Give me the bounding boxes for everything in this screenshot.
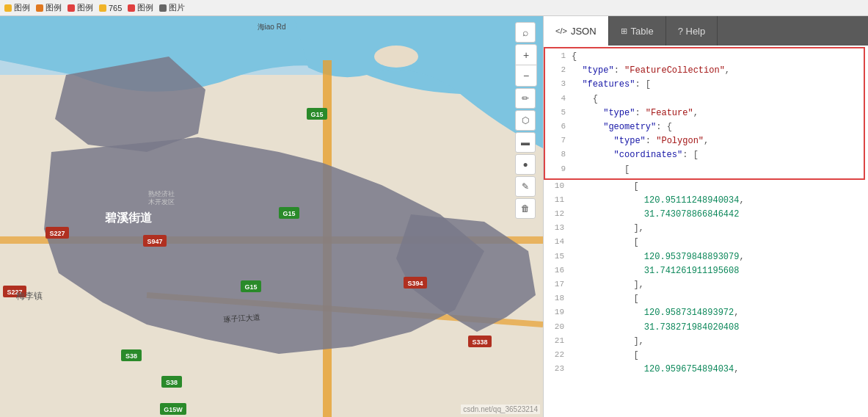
svg-text:熟经济社: 熟经济社 bbox=[148, 190, 175, 197]
line-content-1: { bbox=[572, 50, 861, 64]
line-number-6: 6 bbox=[548, 120, 572, 134]
line-number-5: 5 bbox=[548, 106, 572, 120]
line-number-7: 7 bbox=[548, 134, 572, 148]
main-content: G15 G15 G15 S394 S338 S947 S227 S227 bbox=[0, 16, 868, 417]
legend-label-2: 图例 bbox=[45, 2, 62, 13]
zoom-in-button[interactable]: + bbox=[516, 45, 536, 65]
right-panel: </> JSON ⊞ Table ? Help 1 { bbox=[543, 16, 868, 417]
zoom-controls: + − bbox=[515, 44, 537, 87]
line-content-13: ], bbox=[570, 222, 865, 236]
zoom-out-button[interactable]: − bbox=[516, 65, 536, 86]
line-number-22: 22 bbox=[547, 349, 570, 362]
line-number-15: 15 bbox=[547, 250, 570, 264]
json-line-1: 1 { bbox=[545, 50, 864, 64]
map-toolbar: ⌕ + − ✏ ⬡ ▬ ● ✎ 🗑 bbox=[515, 22, 537, 219]
svg-text:S947: S947 bbox=[147, 238, 162, 245]
legend-item-1: 图例 bbox=[4, 2, 30, 13]
line-content-9: [ bbox=[572, 163, 861, 177]
line-content-17: ], bbox=[570, 278, 865, 292]
line-number-8: 8 bbox=[548, 148, 572, 162]
line-number-16: 16 bbox=[547, 264, 570, 278]
line-number-4: 4 bbox=[548, 93, 572, 106]
tab-table-label: Table bbox=[631, 26, 654, 37]
line-content-14: [ bbox=[570, 236, 865, 250]
line-number-1: 1 bbox=[548, 50, 572, 63]
line-number-21: 21 bbox=[547, 335, 570, 348]
draw-line-button[interactable]: ✏ bbox=[515, 88, 536, 109]
line-number-18: 18 bbox=[547, 292, 570, 305]
svg-text:S38: S38 bbox=[125, 352, 137, 360]
search-button[interactable]: ⌕ bbox=[515, 22, 536, 43]
tab-help[interactable]: ? Help bbox=[666, 16, 718, 46]
line-content-18: [ bbox=[570, 292, 865, 306]
line-content-5: "type": "Feature", bbox=[572, 106, 861, 120]
line-content-8: "coordinates": [ bbox=[572, 148, 861, 162]
svg-text:G15: G15 bbox=[282, 210, 295, 217]
legend-color-5 bbox=[128, 4, 135, 12]
json-line-19: 19 120.9587314893972, bbox=[544, 306, 868, 320]
legend-label-1: 图例 bbox=[14, 2, 30, 13]
tab-table[interactable]: ⊞ Table bbox=[609, 16, 666, 46]
line-content-6: "geometry": { bbox=[572, 120, 861, 134]
json-line-10: 10 [ bbox=[544, 180, 868, 194]
legend-color-3 bbox=[68, 4, 75, 12]
json-editor[interactable]: 1 { 2 "type": "FeatureCollection", 3 "fe… bbox=[544, 46, 868, 417]
json-line-5: 5 "type": "Feature", bbox=[545, 106, 864, 120]
table-icon: ⊞ bbox=[621, 26, 627, 36]
json-line-16: 16 31.741261911195608 bbox=[544, 264, 868, 278]
svg-point-2 bbox=[374, 46, 418, 68]
tab-help-label: ? Help bbox=[678, 26, 706, 37]
json-line-9: 9 [ bbox=[545, 163, 864, 177]
json-line-17: 17 ], bbox=[544, 278, 868, 292]
draw-point-button[interactable]: ● bbox=[515, 154, 536, 175]
line-content-19: 120.9587314893972, bbox=[570, 306, 865, 320]
svg-text:木开发区: 木开发区 bbox=[148, 198, 175, 206]
line-content-15: 120.95379848893079, bbox=[570, 250, 865, 264]
line-number-13: 13 bbox=[547, 222, 570, 235]
json-line-2: 2 "type": "FeatureCollection", bbox=[545, 64, 864, 78]
json-line-15: 15 120.95379848893079, bbox=[544, 250, 868, 264]
svg-text:G15W: G15W bbox=[164, 406, 183, 413]
legend-color-2 bbox=[36, 4, 43, 12]
line-content-7: "type": "Polygon", bbox=[572, 134, 861, 148]
json-line-18: 18 [ bbox=[544, 292, 868, 306]
line-number-12: 12 bbox=[547, 208, 570, 221]
line-content-2: "type": "FeatureCollection", bbox=[572, 64, 861, 78]
json-line-4: 4 { bbox=[545, 93, 864, 106]
line-number-10: 10 bbox=[547, 180, 570, 193]
legend-label-6: 图片 bbox=[169, 2, 185, 13]
legend-item-5: 图例 bbox=[128, 2, 153, 13]
map-area[interactable]: G15 G15 G15 S394 S338 S947 S227 S227 bbox=[0, 16, 543, 417]
map-svg: G15 G15 G15 S394 S338 S947 S227 S227 bbox=[0, 16, 543, 417]
line-number-11: 11 bbox=[547, 194, 570, 207]
panel-tabs: </> JSON ⊞ Table ? Help bbox=[544, 16, 868, 46]
draw-rect-button[interactable]: ▬ bbox=[515, 132, 536, 153]
line-content-4: { bbox=[572, 93, 861, 106]
svg-text:海iao Rd: 海iao Rd bbox=[258, 23, 286, 31]
svg-text:梅李镇: 梅李镇 bbox=[15, 291, 43, 301]
line-content-20: 31.738271984020408 bbox=[570, 321, 865, 335]
line-number-17: 17 bbox=[547, 278, 570, 291]
line-number-9: 9 bbox=[548, 163, 572, 176]
line-number-23: 23 bbox=[547, 363, 570, 376]
legend-color-1 bbox=[4, 4, 12, 12]
delete-button[interactable]: 🗑 bbox=[515, 198, 536, 219]
line-number-14: 14 bbox=[547, 236, 570, 249]
svg-text:S227: S227 bbox=[49, 230, 65, 237]
svg-text:S38: S38 bbox=[166, 379, 178, 386]
legend-item-4: 765 bbox=[99, 4, 122, 12]
legend-item-2: 图例 bbox=[36, 2, 62, 13]
legend-label-5: 图例 bbox=[137, 2, 153, 13]
line-number-19: 19 bbox=[547, 306, 570, 319]
edit-button[interactable]: ✎ bbox=[515, 176, 536, 197]
line-number-2: 2 bbox=[548, 64, 572, 77]
legend-color-6 bbox=[159, 4, 167, 12]
legend-item-6: 图片 bbox=[159, 2, 185, 13]
line-content-3: "features": [ bbox=[572, 78, 861, 92]
json-line-20: 20 31.738271984020408 bbox=[544, 321, 868, 335]
draw-polygon-button[interactable]: ⬡ bbox=[515, 110, 536, 131]
tab-json[interactable]: </> JSON bbox=[544, 16, 609, 46]
line-content-11: 120.95111248940034, bbox=[570, 194, 865, 208]
svg-text:S394: S394 bbox=[407, 280, 423, 287]
line-content-22: [ bbox=[570, 349, 865, 363]
